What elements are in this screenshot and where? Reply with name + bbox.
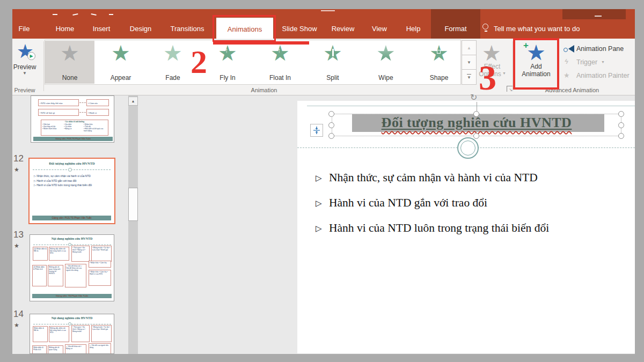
thumbnail-scrollbar-thumb[interactable] [128, 188, 138, 221]
resize-handle[interactable] [618, 133, 624, 139]
animation-pane-button[interactable]: Animation Pane [562, 43, 635, 54]
gallery-item-float-in-label[interactable]: Float In [269, 74, 291, 82]
gallery-item-none-label[interactable]: None [62, 74, 78, 82]
tab-view[interactable]: View [372, 25, 387, 33]
thumbnail-divider-circle [68, 168, 72, 172]
gallery-scroll-down-button[interactable]: ▼ [462, 55, 477, 70]
preview-button-label[interactable]: Preview [13, 63, 36, 71]
diagram-connector [79, 112, 86, 113]
gallery-item-shape-label[interactable]: Shape [430, 74, 449, 82]
thumbnail-bullet: ▷ Hành vi của NTD luôn trong trạng thái … [34, 183, 92, 188]
resize-handle[interactable] [473, 111, 479, 117]
fade-star-icon: ★ [163, 42, 182, 64]
gallery-item-fly-in-label[interactable]: Fly In [219, 74, 235, 82]
thumbnail-footer: Giảng viên: PGS.TS Phạm Văn Tuấn [32, 216, 111, 220]
animation-pane-funnel-icon [568, 45, 574, 53]
tell-me-box[interactable]: Tell me what you want to do [494, 25, 580, 33]
titlebar-and-tabs [12, 9, 635, 39]
autofit-icon [312, 126, 321, 135]
resize-handle[interactable] [618, 111, 624, 117]
resize-handle[interactable] [473, 133, 479, 139]
resize-handle[interactable] [328, 133, 334, 139]
lightbulb-icon [482, 24, 488, 29]
annotation-box-animations-tab [213, 15, 276, 42]
thumbnail-bullet: ▷ Nhận thức, sự cảm nhận và hành vi của … [34, 174, 92, 179]
gallery-item-appear[interactable]: ★ [109, 42, 133, 64]
gallery-item-shape[interactable]: ★ [427, 42, 451, 64]
animation-indicator-star-icon[interactable]: ★ [14, 242, 19, 249]
tab-format[interactable]: Format [444, 25, 466, 33]
titlebar-dark-block [562, 9, 626, 19]
none-star-icon: ★ [60, 42, 79, 64]
gallery-item-wipe[interactable]: ★ [374, 42, 398, 64]
shape-square-overlay [437, 50, 441, 54]
resize-handle[interactable] [618, 122, 624, 128]
tab-design[interactable]: Design [130, 25, 151, 33]
trigger-dropdown-icon: ▼ [601, 60, 605, 64]
gallery-item-appear-label[interactable]: Appear [111, 74, 131, 82]
animation-indicator-star-icon[interactable]: ★ [14, 166, 19, 173]
slide-11-thumbnail[interactable]: • NTD cảm thấy thế nào • Cảm xúc • NTD s… [31, 95, 114, 143]
group-separator [43, 41, 44, 91]
slide-12-thumbnail[interactable]: Đối tượng nghiên cứu HVNTD ▷ Nhận thức, … [28, 158, 115, 224]
slide-14-thumbnail[interactable]: Nội dung nghiên cứu HVNTD Nhận diện & Mô… [30, 314, 114, 354]
appear-star-icon: ★ [111, 42, 130, 64]
gallery-scroll-up-button[interactable]: ▲ [462, 40, 477, 55]
slide-bullet-line: ▷ Hành vi của NTD luôn trong trạng thái … [316, 220, 627, 245]
gallery-item-fly-in[interactable]: ★ ↑ [216, 42, 239, 64]
preview-group-label: Preview [14, 87, 35, 93]
diagram-box: • Hành vi [86, 109, 109, 116]
slide-12-number: 12 [13, 153, 24, 164]
animation-gallery [45, 40, 461, 85]
tab-help[interactable]: Help [406, 25, 421, 33]
resize-handle[interactable] [328, 122, 334, 128]
animation-painter-button[interactable]: ★ Animation Painter [562, 70, 635, 81]
annotation-box-add-animation [513, 38, 559, 90]
gallery-more-button[interactable]: ▼ [462, 69, 477, 85]
slide-13-thumbnail[interactable]: Nội dung nghiên cứu HVNTD (1) Nhận diện … [30, 234, 114, 301]
tab-transitions[interactable]: Transitions [170, 25, 204, 33]
tab-home[interactable]: Home [56, 25, 75, 33]
thumbnail-title: Nội dung nghiên cứu HVNTD [30, 235, 114, 240]
drawing-tools-contextual-tab-bg [431, 9, 480, 39]
bullet-arrow-icon: ▷ [316, 224, 322, 233]
gallery-item-none[interactable]: ★ [58, 42, 82, 64]
tab-insert[interactable]: Insert [93, 25, 111, 33]
slide-body-text[interactable]: ▷ Nhận thức, sự cảm nhận và hành vi của … [316, 169, 627, 245]
slide-14-number: 14 [13, 309, 24, 320]
preview-play-badge-icon: ▶ [27, 52, 35, 60]
thumbnail-scrollbar-up-button[interactable]: ▲ [128, 97, 138, 106]
gallery-item-split[interactable]: ★ [321, 42, 345, 64]
diagram-box: • NTD sẽ làm gì [38, 109, 79, 116]
gallery-item-fade-label[interactable]: Fade [165, 74, 180, 82]
split-bar-overlay [332, 49, 334, 56]
slide-divider-inner-circle [460, 141, 475, 156]
thumbnail-scrollbar-track[interactable] [128, 95, 138, 354]
preview-button[interactable]: ★ [12, 41, 39, 62]
gallery-item-split-label[interactable]: Split [326, 74, 339, 82]
animation-indicator-star-icon[interactable]: ★ [14, 322, 19, 329]
trigger-button[interactable]: ϟ Trigger ▼ [562, 57, 635, 68]
dropdown-arrow-icon[interactable]: ▼ [23, 71, 27, 76]
resize-handle[interactable] [328, 111, 334, 117]
tab-slide-show[interactable]: Slide Show [282, 25, 317, 33]
factors-box: Các nhân tố ảnh hưởng • Văn hoá • Giai t… [41, 120, 108, 136]
quick-access-start-icon[interactable] [109, 12, 113, 15]
annotation-step-2: 2 [191, 45, 207, 78]
gallery-item-float-in[interactable]: ★ ↑ [268, 42, 292, 64]
gallery-item-fade[interactable]: ★ [161, 42, 185, 64]
animation-dialog-launcher[interactable]: ↘ [507, 86, 513, 92]
gallery-item-wipe-label[interactable]: Wipe [378, 74, 393, 82]
autofit-options-button[interactable] [310, 124, 323, 137]
tab-file[interactable]: File [19, 25, 30, 33]
thumbnail-bullet: ▷ Hành vi của NTD gắn với trao đổi [34, 179, 92, 183]
rotate-handle-icon[interactable]: ↻ [470, 92, 477, 102]
thumbnail-title: Đối tượng nghiên cứu HVNTD [30, 159, 114, 165]
thumbnail-title: Nội dung nghiên cứu HVNTD [30, 314, 114, 320]
wipe-star-icon: ★ [376, 42, 396, 64]
tab-review[interactable]: Review [332, 25, 355, 33]
titlebar-dark-block-fragment [595, 14, 602, 17]
trigger-lightning-icon: ϟ [565, 57, 568, 65]
diagram-box: • Cảm xúc [86, 99, 109, 106]
quick-access-save-icon[interactable] [53, 12, 57, 15]
